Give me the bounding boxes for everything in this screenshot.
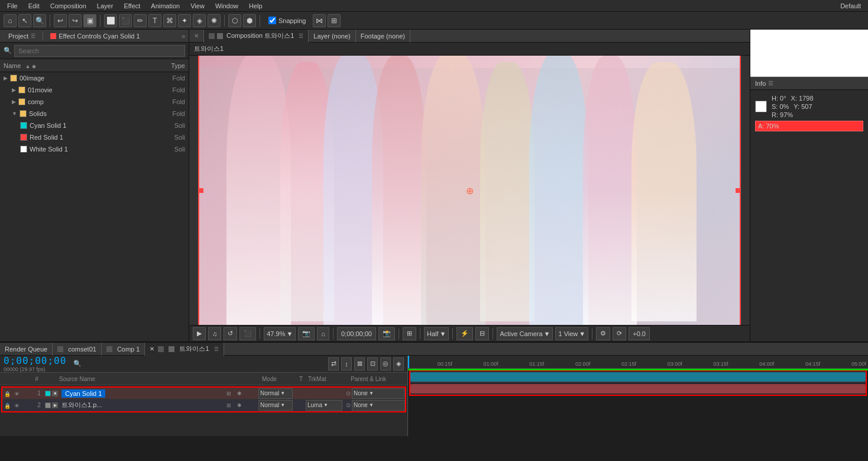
list-item[interactable]: Cyan Solid 1 Soli bbox=[0, 120, 189, 131]
menu-composition[interactable]: Composition bbox=[46, 1, 91, 11]
toolbar-undo-btn[interactable]: ↩ bbox=[54, 14, 67, 27]
toolbar-rect-btn[interactable]: ▣ bbox=[83, 14, 96, 27]
camera-view-dropdown[interactable]: Active Camera ▼ bbox=[497, 327, 553, 340]
comp-tabs: ✕ Composition 트와이스1 ☰ Layer (none) Foota… bbox=[189, 30, 750, 43]
panel-expand-btn[interactable]: » bbox=[182, 33, 185, 40]
timeline-tab-render[interactable]: Render Queue bbox=[0, 343, 53, 356]
timecode-btn[interactable]: 0;00;00;00 bbox=[337, 327, 376, 340]
comp-tab-main[interactable]: Composition 트와이스1 ☰ bbox=[204, 30, 309, 43]
preview-btn[interactable]: ⬛ bbox=[239, 327, 256, 340]
menu-layer[interactable]: Layer bbox=[92, 1, 118, 11]
toolbar-pen-btn[interactable]: ✏ bbox=[134, 14, 147, 27]
toolbar-home-btn[interactable]: ⌂ bbox=[4, 14, 17, 27]
loop-btn[interactable]: ↺ bbox=[224, 327, 237, 340]
menu-help[interactable]: Help bbox=[244, 1, 267, 11]
track-2[interactable] bbox=[410, 383, 866, 395]
menu-edit[interactable]: Edit bbox=[24, 1, 44, 11]
handle-ml[interactable] bbox=[199, 188, 203, 193]
zoom-dropdown[interactable]: 47.9% ▼ bbox=[264, 327, 296, 340]
toolbar-puppet-btn[interactable]: ✺ bbox=[208, 14, 221, 27]
effect-controls-tab[interactable]: Effect Controls Cyan Solid 1 bbox=[46, 31, 144, 41]
menu-view[interactable]: View bbox=[186, 1, 209, 11]
toolbar-pin2-btn[interactable]: ⬢ bbox=[243, 14, 256, 27]
layer-row-2[interactable]: 🔒 👁 2 ▶ 트와이스1.p... ⊞ bbox=[2, 399, 405, 411]
toolbar-arrow-btn[interactable]: ↖ bbox=[18, 14, 31, 27]
timeline-right[interactable]: 00:15f 01:00f 01:15f 02:00f 02:15f 03:00… bbox=[408, 356, 868, 436]
menu-window[interactable]: Window bbox=[210, 1, 243, 11]
menu-file[interactable]: File bbox=[2, 1, 22, 11]
menu-effect[interactable]: Effect bbox=[119, 1, 145, 11]
layer-2-switch[interactable]: ⊞ bbox=[224, 402, 234, 408]
quality-dropdown[interactable]: Half ▼ bbox=[424, 327, 449, 340]
tl-ctrl-4[interactable]: ⊡ bbox=[367, 357, 378, 370]
snap-to-btn[interactable]: ⌂ bbox=[317, 327, 329, 340]
search-icon[interactable]: 🔍 bbox=[73, 360, 82, 367]
snapshot-btn[interactable]: 📸 bbox=[378, 327, 395, 340]
handle-mr[interactable] bbox=[736, 188, 740, 193]
renderers-btn[interactable]: ⚙ bbox=[596, 327, 610, 340]
layer-2-mode-dropdown[interactable]: Normal ▼ bbox=[257, 400, 293, 411]
footage-tab[interactable]: Footage (none) bbox=[356, 30, 410, 43]
timeline-tab-comset[interactable]: comset01 bbox=[53, 343, 102, 356]
list-item[interactable]: ▼ Solids Fold bbox=[0, 108, 189, 120]
list-item[interactable]: ▶ 00image Fold bbox=[0, 72, 189, 84]
workspace-default[interactable]: Default bbox=[835, 1, 866, 11]
fast-preview-btn[interactable]: ⚡ bbox=[456, 327, 473, 340]
layer-row-1[interactable]: 🔒 👁 1 ■ Cyan Solid 1 ⊞ bbox=[2, 388, 405, 399]
toolbar-eraser-btn[interactable]: ◈ bbox=[193, 14, 206, 27]
ruler-mark-8: 04:00f bbox=[759, 361, 774, 367]
menu-animation[interactable]: Animation bbox=[146, 1, 184, 11]
layer-2-vis[interactable]: 👁 bbox=[12, 402, 21, 409]
tl-ctrl-5[interactable]: ◎ bbox=[380, 357, 391, 370]
tl-ctrl-6[interactable]: ◈ bbox=[393, 357, 404, 370]
layer-2-sw2[interactable]: ✱ bbox=[234, 402, 245, 408]
comp-tab-close[interactable]: ✕ bbox=[189, 30, 204, 43]
toolbar-brush-btn[interactable]: ⌘ bbox=[163, 14, 176, 27]
snapping-checkbox[interactable] bbox=[268, 17, 276, 24]
comp-viewer[interactable]: ⊕ bbox=[189, 56, 750, 325]
layer-1-vis[interactable]: 👁 bbox=[12, 390, 21, 397]
layer-2-lock[interactable]: 🔒 bbox=[2, 402, 12, 409]
layer-1-switch[interactable]: ⊞ bbox=[224, 391, 234, 396]
play-btn[interactable]: ▶ bbox=[193, 327, 206, 340]
track-1[interactable] bbox=[410, 371, 866, 383]
tl-ctrl-2[interactable]: ↕ bbox=[341, 357, 352, 370]
list-item[interactable]: ▶ comp Fold bbox=[0, 96, 189, 108]
tl-ctrl-3[interactable]: ⊠ bbox=[354, 357, 365, 370]
camera-btn[interactable]: 📷 bbox=[298, 327, 315, 340]
toolbar-mask-btn[interactable]: ⬜ bbox=[104, 14, 117, 27]
layer-1-sw2[interactable]: ✱ bbox=[234, 391, 245, 396]
timeline-tab-comp1[interactable]: Comp 1 bbox=[102, 343, 145, 356]
toolbar-align-btn[interactable]: ⊞ bbox=[328, 14, 341, 27]
checkerboard-btn[interactable]: ⊞ bbox=[403, 327, 416, 340]
layer-2-trik-dropdown[interactable]: Luma ▼ bbox=[305, 400, 346, 411]
view-layout-dropdown[interactable]: 1 View ▼ bbox=[555, 327, 588, 340]
toolbar-search-btn[interactable]: 🔍 bbox=[33, 14, 46, 27]
info-white-bar bbox=[750, 30, 868, 77]
layer-tab-label: Layer (none) bbox=[313, 33, 350, 40]
reset-btn[interactable]: ⟳ bbox=[613, 327, 626, 340]
mode-header: Mode bbox=[260, 376, 295, 382]
layer-1-mode-dropdown[interactable]: Normal ▼ bbox=[257, 388, 293, 399]
timeline-body: 0;00;00;00 00000 (29.97 fps) 🔍 ⇄ ↕ ⊠ ⊡ ◎… bbox=[0, 356, 868, 436]
toolbar-shape-btn[interactable]: ⬛ bbox=[119, 14, 132, 27]
project-tab[interactable]: Project ☰ bbox=[4, 31, 40, 41]
layer-tab[interactable]: Layer (none) bbox=[309, 30, 355, 43]
viewer-controls: ▶ ♫ ↺ ⬛ 47.9% ▼ 📷 ⌂ 0;00;00;00 📸 ⊞ Half … bbox=[189, 325, 750, 341]
project-search-input[interactable] bbox=[14, 45, 185, 57]
timecode-display[interactable]: 0;00;00;00 bbox=[4, 355, 66, 366]
audio-btn[interactable]: ♫ bbox=[208, 327, 221, 340]
layer-1-mode: Normal bbox=[260, 390, 279, 396]
timeline-tab-twice[interactable]: ✕ 트와이스1 ☰ bbox=[145, 343, 224, 356]
layer-1-lock[interactable]: 🔒 bbox=[2, 390, 12, 397]
grid-btn[interactable]: ⊟ bbox=[475, 327, 489, 340]
tl-ctrl-1[interactable]: ⇄ bbox=[328, 357, 339, 370]
toolbar-text-btn[interactable]: T bbox=[148, 14, 161, 27]
toolbar-clone-btn[interactable]: ✦ bbox=[178, 14, 191, 27]
toolbar-pin-btn[interactable]: ⬡ bbox=[228, 14, 241, 27]
toolbar-redo-btn[interactable]: ↪ bbox=[69, 14, 82, 27]
list-item[interactable]: White Solid 1 Soli bbox=[0, 143, 189, 155]
list-item[interactable]: ▶ 01movie Fold bbox=[0, 84, 189, 96]
toolbar-snap-btn[interactable]: ⋈ bbox=[313, 14, 326, 27]
list-item[interactable]: Red Solid 1 Soli bbox=[0, 131, 189, 143]
